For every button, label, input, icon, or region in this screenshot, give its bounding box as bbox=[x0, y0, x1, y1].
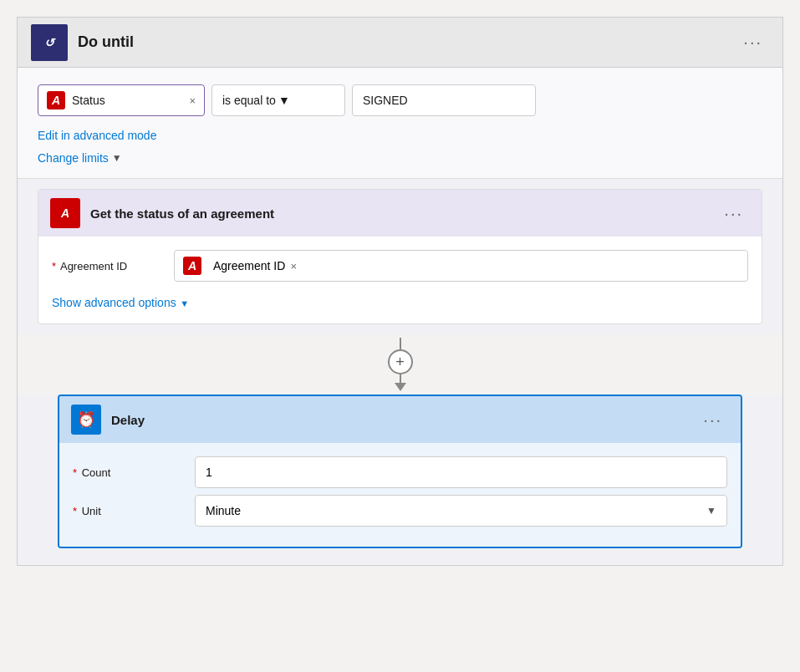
get-status-card-body: * Agreement ID A Agreement ID × Show adv… bbox=[38, 237, 762, 323]
do-until-icon: ↺ bbox=[31, 24, 68, 61]
arrow-head-icon bbox=[395, 383, 406, 391]
unit-field-row: * Unit Minute ▼ bbox=[73, 495, 727, 527]
status-token-close-button[interactable]: × bbox=[189, 94, 196, 107]
condition-row: A Status × is equal to ▼ bbox=[38, 84, 762, 116]
get-status-title: Get the status of an agreement bbox=[90, 206, 717, 221]
add-step-button[interactable]: + bbox=[388, 349, 413, 374]
edit-advanced-mode-button[interactable]: Edit in advanced mode bbox=[38, 129, 156, 142]
chevron-down-unit: ▼ bbox=[706, 505, 716, 517]
do-until-header: ↺ Do until ··· bbox=[18, 18, 782, 68]
count-field-row: * Count bbox=[73, 456, 727, 488]
status-token-label: Status bbox=[72, 94, 184, 107]
unit-label: * Unit bbox=[73, 505, 181, 517]
count-label: * Count bbox=[73, 466, 181, 479]
delay-card: ⏰ Delay ··· * Count * Un bbox=[58, 395, 742, 548]
chevron-down-show-advanced: ▼ bbox=[180, 298, 189, 308]
unit-value-label: Minute bbox=[206, 504, 241, 517]
delay-card-header: ⏰ Delay ··· bbox=[59, 396, 741, 443]
condition-value-input[interactable] bbox=[352, 84, 536, 116]
connector-line-bottom bbox=[400, 374, 401, 383]
adobe-token-icon: A bbox=[183, 257, 201, 275]
do-until-body: A Status × is equal to ▼ Edit in advance… bbox=[18, 68, 782, 179]
connector-line-top bbox=[400, 338, 401, 349]
operator-dropdown[interactable]: is equal to ▼ bbox=[211, 84, 345, 116]
edit-advanced-row: Edit in advanced mode bbox=[38, 128, 762, 143]
get-status-card-header: A Get the status of an agreement ··· bbox=[38, 190, 762, 237]
operator-label: is equal to bbox=[222, 94, 278, 107]
count-input[interactable] bbox=[195, 456, 727, 488]
agreement-id-token-close[interactable]: × bbox=[290, 260, 297, 272]
agreement-id-field-row: * Agreement ID A Agreement ID × bbox=[52, 250, 748, 282]
agreement-id-token-field[interactable]: A Agreement ID × bbox=[174, 250, 748, 282]
clock-icon: ⏰ bbox=[77, 410, 95, 429]
get-status-more-button[interactable]: ··· bbox=[717, 201, 750, 227]
loop-icon: ↺ bbox=[44, 36, 54, 49]
show-advanced-row: Show advanced options ▼ bbox=[52, 292, 748, 310]
get-status-card: A Get the status of an agreement ··· * A… bbox=[38, 189, 762, 324]
connector-arrow bbox=[395, 374, 406, 391]
unit-dropdown[interactable]: Minute ▼ bbox=[195, 495, 727, 527]
agreement-id-token-label: Agreement ID bbox=[213, 259, 285, 272]
show-advanced-options-button[interactable]: Show advanced options bbox=[52, 296, 176, 309]
clock-icon-box: ⏰ bbox=[71, 405, 101, 435]
change-limits-button[interactable]: Change limits bbox=[38, 151, 109, 165]
change-limits-row: Change limits ▼ bbox=[38, 151, 762, 165]
connector-area: + bbox=[18, 334, 782, 395]
delay-title: Delay bbox=[111, 413, 696, 427]
count-required-star: * bbox=[73, 466, 77, 479]
adobe-sign-action-icon: A bbox=[50, 198, 80, 228]
delay-card-body: * Count * Unit Minute ▼ bbox=[59, 443, 741, 547]
required-star: * bbox=[52, 260, 56, 272]
do-until-more-button[interactable]: ··· bbox=[736, 29, 769, 55]
do-until-title: Do until bbox=[78, 33, 736, 51]
agreement-id-label: * Agreement ID bbox=[52, 260, 161, 272]
inner-actions-area: A Get the status of an agreement ··· * A… bbox=[18, 179, 782, 334]
adobe-sign-icon: A bbox=[47, 91, 65, 109]
delay-more-button[interactable]: ··· bbox=[696, 407, 729, 433]
status-token: A Status × bbox=[38, 84, 205, 116]
chevron-down-icon: ▼ bbox=[278, 94, 334, 107]
unit-required-star: * bbox=[73, 505, 77, 517]
chevron-down-icon-limits: ▼ bbox=[112, 152, 122, 164]
